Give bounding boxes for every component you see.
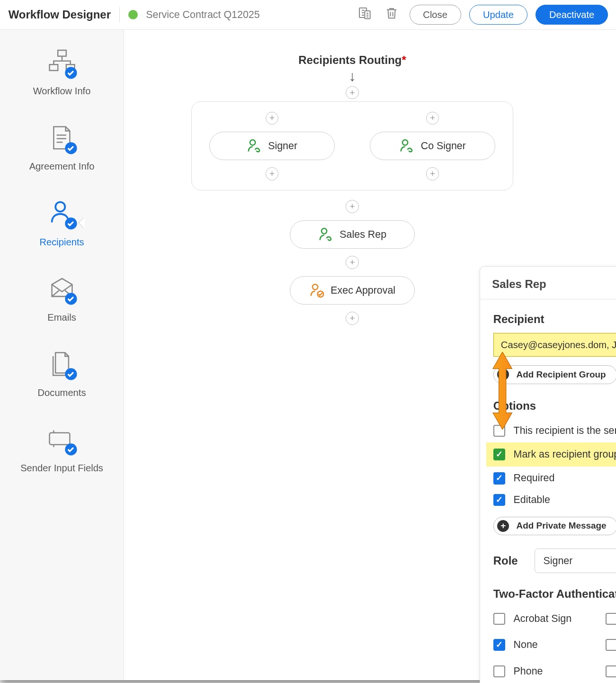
plus-icon: + bbox=[497, 520, 509, 532]
recipients-icon bbox=[46, 198, 78, 231]
node-label: Sales Rep bbox=[339, 229, 386, 241]
role-value: Signer bbox=[544, 555, 573, 567]
add-recipient-group-button[interactable]: + Add Recipient Group bbox=[493, 365, 616, 384]
add-node-button[interactable]: + bbox=[426, 167, 439, 180]
checkbox[interactable] bbox=[493, 425, 505, 437]
option-label: Mark as recipient group bbox=[514, 449, 616, 460]
svg-rect-11 bbox=[49, 433, 70, 445]
add-node-button[interactable]: + bbox=[266, 112, 279, 125]
tfa-heading: Two-Factor Authentication (2FA) bbox=[493, 587, 616, 601]
checkbox[interactable] bbox=[493, 639, 505, 651]
checkbox[interactable] bbox=[493, 472, 505, 484]
checkbox[interactable] bbox=[606, 639, 616, 651]
add-node-button[interactable]: + bbox=[346, 256, 359, 269]
panel-title: Sales Rep bbox=[492, 278, 616, 291]
status-indicator bbox=[128, 10, 138, 19]
recipient-node-signer[interactable]: Signer bbox=[209, 132, 335, 160]
sidebar-label: Documents bbox=[38, 387, 86, 398]
add-node-button[interactable]: + bbox=[346, 86, 359, 99]
recipient-detail-panel: Sales Rep Recipient + Add Recipient Grou… bbox=[480, 266, 616, 683]
svg-point-14 bbox=[402, 140, 408, 145]
agreement-info-icon bbox=[46, 123, 78, 155]
option-editable[interactable]: Editable bbox=[493, 489, 616, 511]
option-required[interactable]: Required bbox=[493, 467, 616, 489]
sender-input-icon bbox=[46, 424, 78, 457]
tfa-phone[interactable]: Phone bbox=[493, 660, 594, 682]
top-bar: Workflow Designer Service Contract Q1202… bbox=[0, 0, 616, 30]
checkbox[interactable] bbox=[493, 613, 505, 625]
document-name: Service Contract Q12025 bbox=[146, 9, 259, 21]
arrow-down-icon: ↓ bbox=[348, 69, 356, 83]
option-sender[interactable]: This recipient is the sender bbox=[493, 420, 616, 441]
recipient-node-salesrep[interactable]: Sales Rep bbox=[290, 220, 415, 249]
add-node-button[interactable]: + bbox=[346, 312, 359, 325]
button-label: Add Private Message bbox=[517, 521, 607, 531]
sidebar-item-documents[interactable]: Documents bbox=[38, 349, 86, 398]
option-mark-group[interactable]: Mark as recipient group bbox=[486, 442, 616, 466]
options-heading: Options bbox=[493, 399, 616, 413]
person-sign-icon bbox=[318, 227, 334, 243]
plus-icon: + bbox=[497, 368, 509, 380]
workflow-info-icon bbox=[46, 48, 78, 80]
sidebar-label: Emails bbox=[47, 312, 76, 323]
sidebar-item-emails[interactable]: Emails bbox=[46, 274, 78, 323]
svg-point-15 bbox=[321, 228, 327, 234]
checkbox[interactable] bbox=[606, 613, 616, 625]
routing-title: Recipients Routing* bbox=[106, 54, 598, 67]
checkbox[interactable] bbox=[606, 665, 616, 677]
sidebar-item-agreement-info[interactable]: Agreement Info bbox=[29, 123, 95, 172]
sidebar-label: Sender Input Fields bbox=[20, 463, 103, 474]
template-icon[interactable] bbox=[355, 4, 374, 25]
checkbox[interactable] bbox=[493, 449, 505, 460]
person-sign-icon bbox=[247, 138, 262, 154]
update-button[interactable]: Update bbox=[469, 5, 527, 25]
option-label: Required bbox=[514, 472, 555, 484]
app-title: Workflow Designer bbox=[9, 8, 111, 21]
role-select[interactable]: Signer bbox=[535, 548, 616, 573]
divider bbox=[119, 7, 120, 23]
add-node-button[interactable]: + bbox=[266, 167, 279, 180]
svg-point-7 bbox=[55, 202, 65, 211]
option-label: This recipient is the sender bbox=[514, 425, 616, 437]
add-node-button[interactable]: + bbox=[426, 112, 439, 125]
emails-icon bbox=[46, 274, 78, 306]
person-approve-icon bbox=[309, 283, 325, 298]
svg-rect-2 bbox=[58, 50, 66, 56]
sidebar-label: Workflow Info bbox=[33, 86, 91, 97]
sidebar-item-recipients[interactable]: Recipients bbox=[39, 198, 84, 248]
role-heading: Role bbox=[493, 554, 518, 567]
recipient-node-cosigner[interactable]: Co Signer bbox=[370, 132, 495, 160]
sidebar-item-sender-input[interactable]: Sender Input Fields bbox=[20, 424, 103, 474]
node-label: Exec Approval bbox=[330, 285, 395, 297]
parallel-group: + Signer + + Co Signer + bbox=[191, 101, 513, 190]
documents-icon bbox=[46, 349, 78, 381]
node-label: Co Signer bbox=[421, 140, 466, 152]
checkbox[interactable] bbox=[493, 494, 505, 506]
recipient-heading: Recipient bbox=[493, 313, 616, 326]
sidebar-item-workflow-info[interactable]: Workflow Info bbox=[33, 48, 91, 97]
add-private-message-button[interactable]: + Add Private Message bbox=[493, 517, 616, 536]
sidebar: Workflow Info Agreement Info Recipients … bbox=[0, 30, 124, 680]
checkbox[interactable] bbox=[493, 665, 505, 677]
button-label: Add Recipient Group bbox=[517, 369, 606, 380]
tfa-password[interactable]: Password bbox=[606, 634, 616, 656]
sidebar-label: Agreement Info bbox=[29, 161, 95, 172]
svg-point-13 bbox=[250, 140, 255, 145]
node-label: Signer bbox=[268, 140, 297, 152]
svg-rect-3 bbox=[49, 64, 58, 71]
recipient-node-exec[interactable]: Exec Approval bbox=[290, 276, 415, 305]
person-sign-icon bbox=[399, 138, 415, 154]
close-button[interactable]: Close bbox=[410, 5, 461, 25]
tfa-none[interactable]: None bbox=[493, 634, 594, 656]
tfa-gov[interactable]: Government ID bbox=[606, 660, 616, 682]
tfa-acrobat[interactable]: Acrobat Sign bbox=[493, 608, 594, 629]
delete-icon[interactable] bbox=[382, 4, 401, 25]
canvas: Recipients Routing* ↓ + + Signer + + bbox=[124, 30, 616, 680]
option-label: Editable bbox=[514, 494, 550, 506]
sidebar-label: Recipients bbox=[39, 237, 84, 248]
add-node-button[interactable]: + bbox=[346, 200, 359, 213]
recipient-email-input[interactable] bbox=[493, 333, 616, 357]
tfa-kba[interactable]: KBA bbox=[606, 608, 616, 629]
svg-point-16 bbox=[312, 284, 318, 289]
deactivate-button[interactable]: Deactivate bbox=[536, 5, 608, 25]
